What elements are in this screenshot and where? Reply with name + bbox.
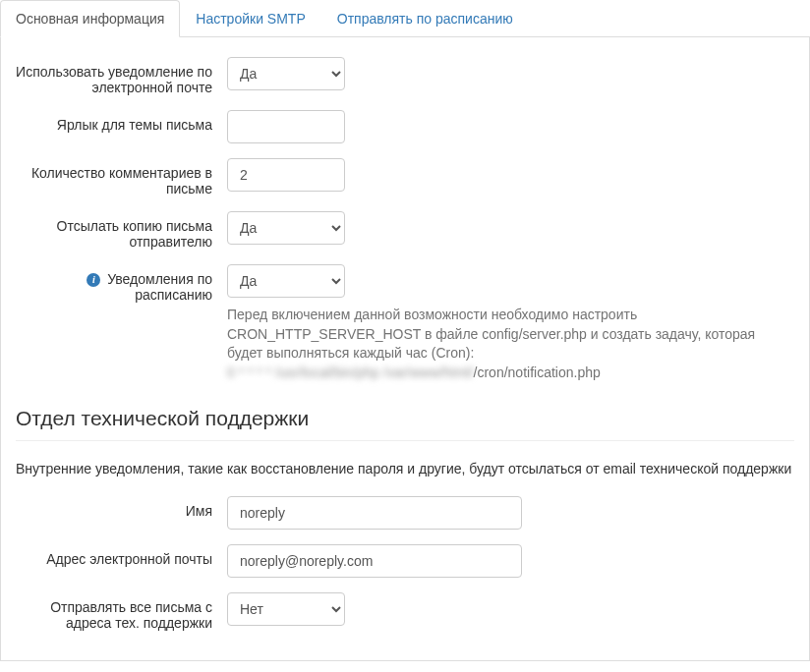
label-send-all-from-support: Отправлять все письма с адреса тех. подд… — [16, 592, 227, 631]
tab-main-info[interactable]: Основная информация — [0, 0, 180, 37]
field-comments-count: Количество комментариев в письме — [16, 158, 794, 196]
label-support-email: Адрес электронной почты — [16, 544, 227, 567]
label-send-copy: Отсылать копию письма отправителю — [16, 211, 227, 250]
field-send-copy: Отсылать копию письма отправителю Да — [16, 211, 794, 250]
label-comments-count: Количество комментариев в письме — [16, 158, 227, 196]
help-scheduled-notifications: Перед включением данной возможности необ… — [227, 306, 794, 382]
label-subject-label: Ярлык для темы письма — [16, 110, 227, 133]
field-subject-label: Ярлык для темы письма — [16, 110, 794, 143]
select-send-copy[interactable]: Да — [227, 211, 345, 245]
field-support-name: Имя — [16, 496, 794, 530]
help-text-suffix: /cron/notification.php — [474, 364, 601, 380]
tabs: Основная информация Настройки SMTP Отпра… — [0, 0, 810, 37]
field-scheduled-notifications: i Уведомления по расписанию Да Перед вкл… — [16, 264, 794, 382]
select-send-all-from-support[interactable]: Нет — [227, 592, 345, 626]
help-text-blurred: 0 * * * * /usr/local/bin/php /var/www/ht… — [227, 364, 474, 380]
input-support-name[interactable] — [227, 496, 522, 530]
divider-support — [16, 440, 794, 441]
tab-smtp-settings[interactable]: Настройки SMTP — [180, 0, 320, 37]
label-scheduled-notifications: i Уведомления по расписанию — [16, 264, 227, 303]
select-scheduled-notifications[interactable]: Да — [227, 264, 345, 298]
input-support-email[interactable] — [227, 544, 522, 578]
intro-support: Внутренние уведомления, такие как восста… — [16, 461, 794, 476]
tab-send-schedule[interactable]: Отправлять по расписанию — [321, 0, 529, 37]
help-text-line1: Перед включением данной возможности необ… — [227, 307, 755, 361]
tab-panel-main: Использовать уведомление по электронной … — [0, 37, 810, 661]
input-subject-label[interactable] — [227, 110, 345, 143]
info-icon: i — [87, 273, 100, 287]
input-comments-count[interactable] — [227, 158, 345, 192]
field-send-all-from-support: Отправлять все письма с адреса тех. подд… — [16, 592, 794, 631]
label-scheduled-notifications-text: Уведомления по расписанию — [107, 271, 212, 303]
heading-support-dept: Отдел технической поддержки — [16, 407, 794, 430]
label-support-name: Имя — [16, 496, 227, 519]
select-use-email-notification[interactable]: Да — [227, 57, 345, 90]
footer-actions: Сохранить Отправить тестовое письмо — [0, 661, 810, 672]
label-use-email-notification: Использовать уведомление по электронной … — [16, 57, 227, 95]
field-support-email: Адрес электронной почты — [16, 544, 794, 578]
field-use-email-notification: Использовать уведомление по электронной … — [16, 57, 794, 95]
